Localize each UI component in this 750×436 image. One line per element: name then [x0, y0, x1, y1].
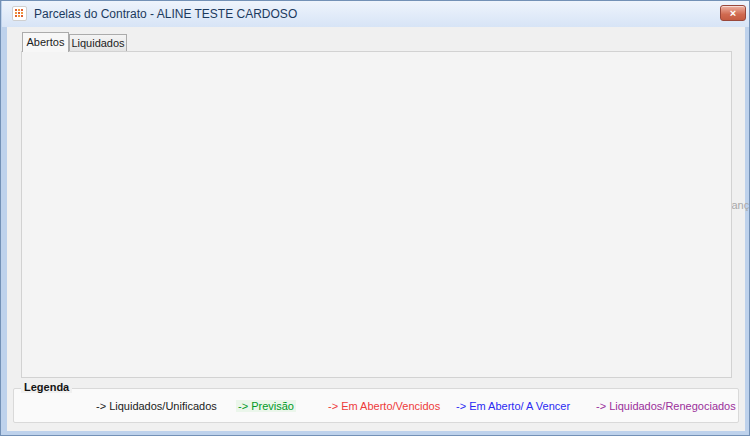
- window-title: Parcelas do Contrato - ALINE TESTE CARDO…: [34, 7, 297, 21]
- app-icon-glyph: [15, 9, 17, 11]
- legend-liquidados-renegociados: -> Liquidados/Renegociados: [596, 400, 736, 412]
- legend-groupbox-title: Legenda: [21, 381, 72, 393]
- legend-liquidados-unificados: -> Liquidados/Unificados: [96, 400, 217, 412]
- close-button[interactable]: ×: [720, 5, 746, 21]
- dialog-window: Parcelas do Contrato - ALINE TESTE CARDO…: [0, 0, 750, 436]
- title-bar: Parcelas do Contrato - ALINE TESTE CARDO…: [2, 1, 750, 27]
- legend-em-aberto-vencidos: -> Em Aberto/Vencidos: [328, 400, 440, 412]
- legend-em-aberto-a-vencer: -> Em Aberto/ A Vencer: [456, 400, 570, 412]
- tab-abertos[interactable]: Abertos: [22, 32, 69, 52]
- tab-liquidados[interactable]: Liquidados: [69, 34, 127, 52]
- legend-previsao: -> Previsão: [236, 400, 296, 412]
- tab-panel-abertos: [21, 51, 732, 378]
- app-icon: [12, 6, 27, 21]
